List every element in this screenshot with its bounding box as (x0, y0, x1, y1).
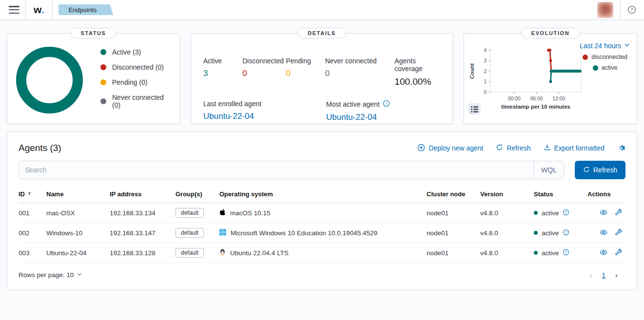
avatar[interactable] (597, 2, 613, 18)
most-active-link[interactable]: Ubuntu-22-04 (326, 113, 390, 122)
column-header-version[interactable]: Version (480, 188, 534, 203)
time-range-label: Last 24 hours (580, 42, 621, 50)
search-input[interactable] (19, 161, 534, 179)
legend-label: Never connected (0) (112, 94, 171, 109)
action-label: Export formatted (554, 144, 605, 152)
legend-item-active[interactable]: Active (3) (100, 48, 171, 56)
view-agent-eye-icon[interactable] (600, 248, 607, 258)
cell-ip: 192.168.33.134 (110, 203, 176, 223)
cell-cluster-node: node01 (427, 223, 480, 243)
column-header-id[interactable]: ID (19, 188, 46, 203)
stat-label: Never connected (325, 57, 395, 65)
status-help-icon[interactable]: ? (563, 229, 569, 237)
sort-arrow-up-icon (27, 190, 32, 198)
status-label: active (542, 209, 559, 217)
wazuh-logo[interactable]: w. (26, 4, 52, 16)
group-badge[interactable]: default (176, 208, 204, 218)
previous-page-chevron-icon[interactable]: ‹ (589, 271, 592, 279)
column-header-cluster-node[interactable]: Cluster node (427, 188, 480, 203)
details-stats-row: Active 3 Disconnected 0 Pending 0 Never … (203, 57, 440, 87)
disconnected-dot (583, 55, 588, 60)
status-donut-chart[interactable] (16, 47, 83, 113)
cell-name[interactable]: mac-OSX (46, 203, 110, 223)
table-row: 003 Ubuntu-22-04 192.168.33.128 default … (19, 243, 625, 263)
svg-text:1: 1 (484, 78, 487, 84)
time-range-dropdown[interactable]: Last 24 hours (580, 41, 630, 50)
details-card: DETAILS Active 3 Disconnected 0 Pending … (191, 33, 453, 124)
legend-label: active (602, 64, 618, 71)
active-dot (100, 49, 106, 55)
status-help-icon[interactable]: ? (563, 249, 569, 257)
never-connected-dot (100, 98, 106, 104)
evolution-line-chart[interactable]: 0123400:0006:0012:00Counttimestamp per 1… (469, 45, 584, 111)
evo-legend-disconnected[interactable]: disconnected (583, 54, 627, 60)
query-language-button[interactable]: WQL (534, 161, 564, 179)
group-badge[interactable]: default (176, 248, 204, 258)
legend-item-pending[interactable]: Pending (0) (100, 78, 171, 86)
windows-icon (219, 229, 226, 237)
last-enrolled-agent: Last enrolled agent Ubuntu-22-04 (203, 100, 326, 122)
svg-text:00:00: 00:00 (508, 95, 521, 101)
table-settings-gear-icon[interactable] (617, 144, 625, 152)
pending-dot (100, 79, 106, 85)
details-card-title: DETAILS (297, 28, 346, 38)
agents-title: Agents (3) (19, 143, 61, 153)
column-header-name[interactable]: Name (46, 188, 110, 203)
cell-os: Microsoft Windows 10 Education 10.0.1904… (231, 229, 377, 237)
status-legend: Active (3) Disconnected (0) Pending (0) … (100, 48, 171, 109)
svg-text:?: ? (565, 250, 567, 254)
svg-text:4: 4 (484, 47, 487, 53)
stat-active: Active 3 (203, 57, 242, 87)
plus-circle-icon (417, 144, 425, 153)
cell-os: macOS 10.15 (230, 209, 271, 217)
stat-value: 0 (242, 69, 286, 78)
rows-per-page-selector[interactable]: Rows per page: 10 (19, 271, 82, 279)
svg-text:06:00: 06:00 (530, 95, 543, 101)
status-help-icon[interactable]: ? (563, 209, 569, 217)
view-agent-eye-icon[interactable] (600, 208, 607, 218)
column-header-groups[interactable]: Group(s) (176, 188, 219, 203)
linux-icon (219, 248, 226, 257)
status-badge: active? (534, 249, 584, 257)
table-row: 001 mac-OSX 192.168.33.134 default macOS… (19, 203, 625, 223)
column-header-status[interactable]: Status (534, 188, 587, 203)
last-enrolled-link[interactable]: Ubuntu-22-04 (203, 112, 326, 121)
column-label: ID (19, 190, 25, 198)
manage-agent-wrench-icon[interactable] (614, 248, 622, 257)
column-header-ip[interactable]: IP address (110, 188, 176, 203)
page-number[interactable]: 1 (602, 271, 605, 279)
apple-icon (219, 208, 226, 217)
chart-legend-toggle-icon[interactable] (468, 103, 481, 115)
info-icon[interactable]: i (383, 100, 390, 109)
column-header-os[interactable]: Operating system (219, 188, 427, 203)
evolution-card: EVOLUTION 0123400:0006:0012:00Counttimes… (464, 33, 637, 124)
export-formatted-button[interactable]: Export formatted (544, 144, 605, 152)
cell-name[interactable]: Windows-10 (46, 223, 110, 243)
refresh-icon (583, 166, 590, 174)
legend-item-disconnected[interactable]: Disconnected (0) (100, 63, 171, 71)
refresh-link-button[interactable]: Refresh (496, 144, 530, 152)
tab-label: Endpoints (68, 6, 97, 14)
next-page-chevron-icon[interactable]: › (615, 271, 618, 279)
group-badge[interactable]: default (176, 228, 204, 238)
most-active-label: Most active agent (326, 100, 380, 108)
menu-hamburger-icon[interactable] (9, 6, 20, 14)
cell-version: v4.8.0 (480, 223, 534, 243)
evo-legend-active[interactable]: active (593, 64, 618, 71)
refresh-button-label: Refresh (593, 166, 617, 174)
cell-id: 001 (19, 203, 46, 223)
action-label: Refresh (507, 144, 530, 152)
legend-item-never-connected[interactable]: Never connected (0) (100, 94, 171, 109)
status-label: active (542, 229, 559, 237)
deploy-new-agent-button[interactable]: Deploy new agent (417, 144, 483, 153)
manage-agent-wrench-icon[interactable] (614, 228, 622, 237)
svg-text:12:00: 12:00 (552, 95, 565, 101)
manage-agent-wrench-icon[interactable] (614, 208, 622, 217)
refresh-button[interactable]: Refresh (575, 161, 625, 179)
stat-value: 3 (203, 69, 242, 78)
stat-label: Agents coverage (394, 57, 440, 73)
help-icon[interactable]: ? (627, 5, 636, 14)
view-agent-eye-icon[interactable] (600, 228, 607, 238)
tab-endpoints[interactable]: Endpoints (59, 4, 109, 15)
cell-name[interactable]: Ubuntu-22-04 (46, 243, 110, 263)
